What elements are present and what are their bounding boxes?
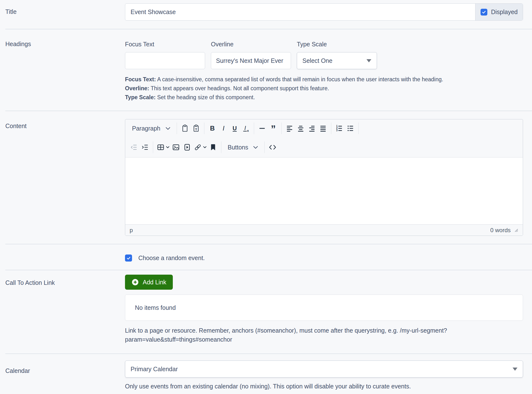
italic-icon: I	[219, 124, 228, 132]
paste-text-icon: T	[192, 124, 200, 132]
displayed-checkbox[interactable]	[481, 9, 487, 16]
svg-text:3: 3	[336, 129, 338, 132]
editor-toolbar-row-1: ParagraphTBIUIx”123	[125, 119, 523, 137]
headings-help: Focus Text: A case-insensitive, comma se…	[125, 75, 523, 102]
buttons-menu-dropdown[interactable]: Buttons	[224, 141, 262, 154]
italic-button[interactable]: I	[218, 122, 229, 135]
plus-circle-icon	[132, 279, 139, 286]
toolbar-separator	[254, 123, 254, 134]
toolbar-separator	[153, 141, 153, 153]
headings-row: Headings Focus Text Overline Type Scale …	[5, 41, 523, 102]
bold-button[interactable]: B	[207, 122, 218, 135]
bookmark-button[interactable]	[208, 141, 219, 154]
focus-text-label: Focus Text	[125, 41, 205, 48]
image-icon	[172, 143, 180, 151]
clear-formatting-button[interactable]: Ix	[240, 122, 251, 135]
blockquote-icon: ”	[269, 124, 277, 132]
toolbar-separator	[281, 123, 282, 134]
toolbar-separator	[177, 123, 177, 134]
align-justify-icon	[319, 124, 327, 132]
title-row: Title Displayed	[5, 3, 523, 21]
toolbar-group: T	[179, 122, 202, 135]
editor-toolbar-row-2: Buttons	[125, 137, 523, 157]
toolbar-group	[156, 141, 219, 154]
overline-field: Overline	[211, 41, 291, 69]
random-event-label: Choose a random event.	[138, 254, 205, 262]
displayed-label: Displayed	[491, 8, 518, 16]
toolbar-separator	[264, 141, 265, 153]
align-center-button[interactable]	[295, 122, 306, 135]
content-label: Content	[5, 119, 125, 236]
format-select-dropdown[interactable]: Paragraph	[128, 122, 174, 135]
add-link-button[interactable]: Add Link	[125, 275, 173, 290]
ordered-list-button[interactable]: 123	[334, 122, 345, 135]
calendar-row: Calendar Primary Calendar Only use event…	[5, 361, 523, 390]
svg-text:I: I	[244, 125, 246, 131]
svg-text:I: I	[223, 125, 224, 132]
paste-button[interactable]	[179, 122, 191, 135]
section-divider	[5, 29, 532, 29]
toolbar-group: 123	[334, 122, 356, 135]
horizontal-rule-button[interactable]	[257, 122, 268, 135]
section-divider	[5, 270, 532, 270]
align-left-icon	[285, 124, 294, 132]
link-icon	[194, 143, 202, 151]
headings-label: Headings	[5, 41, 125, 102]
resize-grip-icon[interactable]	[514, 228, 518, 232]
type-scale-label: Type Scale	[297, 41, 377, 48]
align-left-button[interactable]	[284, 122, 295, 135]
add-link-label: Add Link	[143, 279, 166, 286]
underline-button[interactable]: U	[229, 122, 240, 135]
title-input[interactable]	[125, 4, 475, 20]
cta-row: Call To Action Link Add Link No items fo…	[5, 275, 523, 344]
media-icon	[183, 143, 191, 151]
overline-label: Overline	[211, 41, 291, 48]
blockquote-button[interactable]: ”	[268, 122, 279, 135]
code-icon	[268, 143, 277, 151]
dropdown-arrow-icon	[366, 59, 371, 62]
overline-input[interactable]	[211, 52, 291, 69]
image-button[interactable]	[170, 141, 182, 154]
align-right-icon	[308, 124, 316, 132]
toolbar-group: ”	[257, 122, 279, 135]
align-center-icon	[297, 124, 305, 132]
outdent-button[interactable]	[128, 141, 139, 154]
toolbar-group: Paragraph	[128, 122, 174, 135]
toolbar-group: Buttons	[224, 141, 262, 154]
align-right-button[interactable]	[306, 122, 317, 135]
checkmark-icon	[126, 256, 131, 261]
table-button[interactable]	[156, 141, 170, 154]
toolbar-group	[128, 141, 150, 154]
outdent-icon	[130, 143, 138, 151]
checkmark-icon	[482, 10, 486, 15]
chevron-down-icon	[166, 146, 169, 148]
title-input-group: Displayed	[125, 3, 523, 21]
link-button[interactable]	[193, 141, 208, 154]
toolbar-separator	[204, 123, 204, 134]
paste-icon	[181, 124, 189, 132]
svg-text:”: ”	[271, 124, 276, 132]
chevron-down-icon	[253, 146, 258, 149]
toolbar-group	[284, 122, 329, 135]
focus-text-input[interactable]	[125, 52, 205, 69]
align-justify-button[interactable]	[317, 122, 329, 135]
bookmark-icon	[209, 143, 217, 151]
svg-text:x: x	[247, 129, 249, 132]
calendar-select[interactable]: Primary Calendar	[125, 361, 523, 378]
toolbar-separator	[221, 141, 221, 153]
type-scale-selected-value: Select One	[302, 57, 332, 64]
cta-help-text: Link to a page or resource. Remember, an…	[125, 326, 523, 344]
type-scale-select[interactable]: Select One	[297, 52, 377, 69]
dropdown-arrow-icon	[513, 368, 517, 371]
media-button[interactable]	[182, 141, 193, 154]
random-event-checkbox[interactable]	[125, 254, 132, 262]
type-scale-field: Type Scale Select One	[297, 41, 377, 69]
indent-button[interactable]	[139, 141, 150, 154]
unordered-list-button[interactable]	[345, 122, 356, 135]
section-divider	[5, 353, 532, 354]
svg-text:B: B	[210, 125, 215, 132]
paste-text-button[interactable]: T	[191, 122, 202, 135]
editor-content-area[interactable]	[125, 157, 523, 224]
toolbar-separator	[358, 123, 359, 134]
code-button[interactable]	[267, 141, 278, 154]
